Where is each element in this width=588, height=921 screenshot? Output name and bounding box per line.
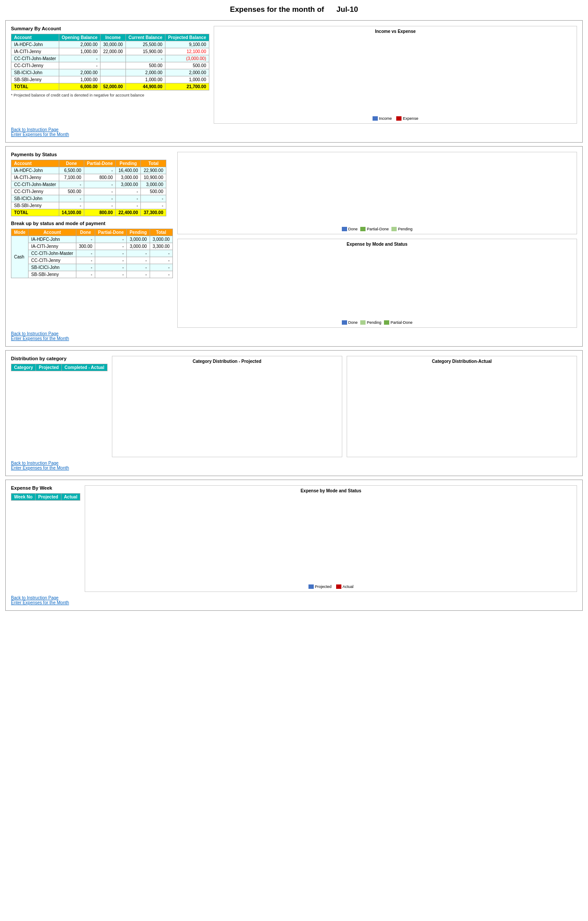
table-cell: - (125, 55, 165, 62)
table-cell: IA-HDFC-John (11, 167, 59, 174)
payments-status-chart: Done Partial-Done Pending (177, 152, 577, 234)
table-cell: - (76, 236, 95, 243)
table-cell: SB-ICICI-John (11, 69, 59, 76)
back-link-1[interactable]: Back to Instruction Page (11, 127, 577, 132)
table-cell: 3,000.00 (115, 181, 141, 188)
month-text: Jul-10 (337, 5, 358, 14)
section3-links: Back to Instruction Page Enter Expenses … (11, 461, 577, 470)
enter-link-3[interactable]: Enter Expenses for the Month (11, 466, 577, 470)
table-cell: 14,100.00 (59, 209, 84, 216)
table-cell: - (150, 250, 172, 257)
chart3-svg (180, 248, 308, 319)
chart1-svg (217, 36, 353, 115)
table-cell: - (59, 181, 84, 188)
table-cell: - (115, 202, 141, 209)
table-cell: SB-ICICI-John (29, 264, 76, 271)
table-cell: - (141, 202, 166, 209)
table-cell: SB-SBI-Jenny (11, 76, 59, 83)
actual-pie-chart: Category Distribution-Actual (347, 356, 577, 457)
chart3-title: Expense by Mode and Status (180, 242, 574, 247)
section2-links: Back to Instruction Page Enter Expenses … (11, 331, 577, 341)
table-cell: CC-CITI-John-Master (11, 55, 59, 62)
table-cell: SB-ICICI-John (11, 195, 59, 202)
table-cell: 1,000.00 (59, 76, 100, 83)
table-cell: - (84, 202, 116, 209)
table-cell: - (127, 257, 150, 264)
table-cell: TOTAL (11, 83, 59, 90)
chart4-legend: Projected Actual (88, 584, 574, 589)
table-cell: 3,000.00 (115, 174, 141, 181)
summary-table: Account Opening Balance Income Current B… (11, 34, 209, 90)
section4-links: Back to Instruction Page Enter Expenses … (11, 595, 577, 605)
table-cell: (3,000.00) (165, 55, 209, 62)
table-cell: - (84, 188, 116, 195)
col-opening: Opening Balance (59, 34, 100, 41)
back-link-3[interactable]: Back to Instruction Page (11, 461, 577, 466)
table-cell: TOTAL (11, 209, 59, 216)
table-cell: CC-CITI-Jenny (11, 188, 59, 195)
table-cell: 9,100.00 (165, 41, 209, 48)
section1-links: Back to Instruction Page Enter Expenses … (11, 127, 577, 137)
table-cell: - (76, 271, 95, 278)
actual-pie-svg (350, 366, 455, 453)
table-cell: 1,000.00 (165, 76, 209, 83)
table-cell: 7,100.00 (59, 174, 84, 181)
section-category: Distribution by category Category Projec… (5, 350, 583, 476)
section-payments: Payments by Status Account Done Partial-… (5, 146, 583, 347)
table-cell: 800.00 (84, 209, 116, 216)
table-cell: 6,000.00 (59, 83, 100, 90)
table-cell: - (95, 271, 127, 278)
table-cell (100, 69, 126, 76)
back-link-2[interactable]: Back to Instruction Page (11, 331, 577, 336)
table-cell: - (127, 250, 150, 257)
income-expense-chart: Income vs Expense Income Expense (214, 26, 577, 124)
weekly-title: Expense By Week (11, 485, 80, 491)
table-cell: - (59, 55, 100, 62)
col-account: Account (11, 34, 59, 41)
table-cell: - (95, 250, 127, 257)
category-table: Category Projected Completed - Actual (11, 364, 108, 371)
table-cell: IA-CITI-Jenny (11, 48, 59, 55)
back-link-4[interactable]: Back to Instruction Page (11, 595, 577, 600)
table-cell: - (127, 264, 150, 271)
expense-mode-chart: Expense by Mode and Status Done Pending … (177, 239, 577, 328)
table-cell (100, 55, 126, 62)
table-cell: 500.00 (141, 188, 166, 195)
summary-title: Summary By Account (11, 26, 209, 31)
table-cell: - (150, 264, 172, 271)
table-cell: 12,100.00 (165, 48, 209, 55)
table-cell (100, 76, 126, 83)
table-cell (100, 62, 126, 69)
page-title: Expenses for the month of Jul-10 (0, 0, 588, 17)
table-cell: 30,000.00 (100, 41, 126, 48)
section-weekly: Expense By Week Week No Projected Actual… (5, 480, 583, 611)
table-cell: 500.00 (59, 188, 84, 195)
breakdown-table: Mode Account Done Partial-Done Pending T… (11, 229, 173, 278)
table-cell: 2,000.00 (165, 69, 209, 76)
table-cell: - (59, 195, 84, 202)
payments-title: Payments by Status (11, 152, 173, 157)
weekly-table: Week No Projected Actual (11, 493, 80, 501)
table-cell: 500.00 (125, 62, 165, 69)
table-cell: - (95, 243, 127, 250)
table-cell: 15,900.00 (125, 48, 165, 55)
table-cell: SB-SBI-Jenny (11, 202, 59, 209)
table-cell: - (150, 271, 172, 278)
proj-pie-chart: Category Distribution - Projected (112, 356, 342, 457)
enter-link-2[interactable]: Enter Expenses for the Month (11, 336, 577, 341)
table-cell: CC-CITI-Jenny (29, 257, 76, 264)
table-cell: 300.00 (76, 243, 95, 250)
table-cell: 1,000.00 (125, 76, 165, 83)
chart4-title: Expense by Mode and Status (88, 488, 574, 493)
enter-link-1[interactable]: Enter Expenses for the Month (11, 132, 577, 137)
table-cell: 2,000.00 (59, 41, 100, 48)
table-cell: - (150, 257, 172, 264)
table-cell: 3,000.00 (141, 181, 166, 188)
table-cell: 800.00 (84, 174, 116, 181)
table-cell: - (95, 264, 127, 271)
table-cell: 6,500.00 (59, 167, 84, 174)
table-cell: - (95, 236, 127, 243)
chart1-title: Income vs Expense (217, 29, 574, 34)
table-cell: CC-CITI-Jenny (11, 62, 59, 69)
enter-link-4[interactable]: Enter Expenses for the Month (11, 600, 577, 605)
